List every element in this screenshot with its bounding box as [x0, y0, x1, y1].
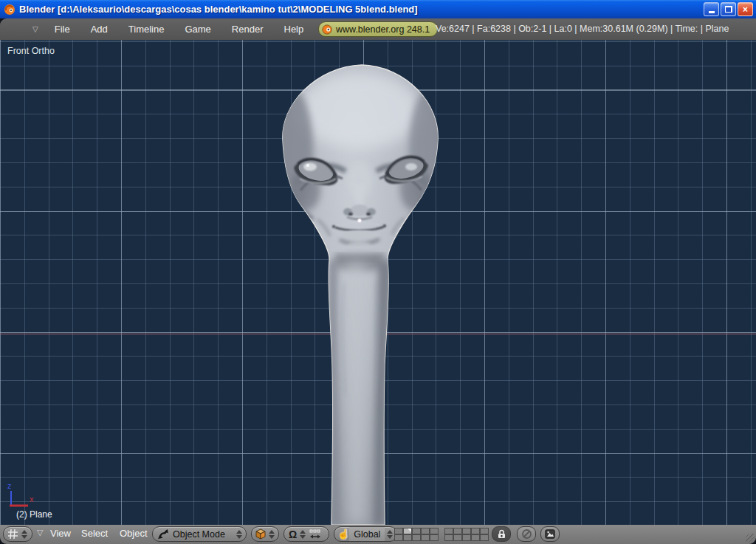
layer-8[interactable] — [462, 528, 471, 534]
layer-4[interactable] — [421, 528, 430, 534]
blender-org-version-label: www.blender.org 248.1 — [336, 24, 430, 35]
axis-gizmo: z x — [4, 481, 37, 511]
object-mode-icon — [157, 528, 168, 540]
window-title: Blender [d:\Aleksaurio\descargas\cosas b… — [19, 4, 418, 15]
alien-head-model[interactable] — [0, 40, 756, 525]
viewport-3d[interactable]: Front Ortho z x (2) Plane — [0, 40, 756, 525]
menu-timeline[interactable]: Timeline — [118, 24, 175, 35]
mode-stepper[interactable] — [235, 528, 243, 540]
minimize-button[interactable] — [704, 2, 719, 16]
info-header: ▽ File Add Timeline Game Render Help www… — [0, 18, 756, 40]
layer-17[interactable] — [453, 534, 462, 541]
mode-dropdown-label: Object Mode — [168, 529, 230, 540]
rotation-pivot-icon[interactable]: Ω — [289, 528, 297, 540]
view-orientation-label: Front Ortho — [7, 46, 55, 56]
circle-slash-icon — [521, 528, 532, 540]
pivot-manipulator-group: Ω — [284, 526, 329, 542]
close-icon: × — [743, 4, 748, 15]
scene-statistics: Ve:6247 | Fa:6238 | Ob:2-1 | La:0 | Mem:… — [436, 24, 729, 34]
solid-shading-cube-icon — [255, 528, 266, 540]
shading-stepper[interactable] — [267, 528, 275, 540]
pivot-stepper[interactable] — [298, 528, 306, 540]
frame-object-label: (2) Plane — [16, 509, 52, 520]
layer-11[interactable] — [394, 534, 403, 541]
blender-logo-icon — [322, 24, 332, 35]
manipulator-hand-icon[interactable]: ☝ — [337, 528, 349, 540]
layer-13[interactable] — [412, 534, 421, 541]
layer-buttons-group-1[interactable] — [394, 528, 439, 541]
menu-help[interactable]: Help — [274, 24, 315, 35]
render-image-icon — [545, 529, 555, 539]
window-titlebar[interactable]: Blender [d:\Aleksaurio\descargas\cosas b… — [0, 0, 756, 18]
menu-file[interactable]: File — [44, 24, 80, 35]
orientation-dropdown[interactable]: ☝ Global — [334, 526, 397, 542]
mode-dropdown[interactable]: Object Mode — [152, 526, 247, 542]
header-collapse-icon[interactable]: ▽ — [32, 25, 38, 33]
close-button[interactable]: × — [738, 2, 753, 16]
editor-type-stepper[interactable] — [20, 528, 28, 540]
layer-9[interactable] — [471, 528, 480, 534]
layer-15[interactable] — [430, 534, 439, 541]
orientation-stepper[interactable] — [386, 528, 394, 540]
layer-6[interactable] — [444, 528, 453, 534]
layer-16[interactable] — [444, 534, 453, 541]
menu-render[interactable]: Render — [221, 24, 274, 35]
viewport-shading-button[interactable] — [251, 526, 279, 542]
menu-game[interactable]: Game — [174, 24, 221, 35]
axis-z-icon: z — [7, 481, 12, 490]
restore-icon — [725, 6, 732, 13]
editor-type-button[interactable] — [3, 526, 32, 542]
editor-type-grid-icon — [7, 528, 18, 540]
header-collapse-icon[interactable]: ▽ — [37, 528, 43, 537]
layer-buttons-group-2[interactable] — [444, 528, 489, 541]
layer-1[interactable] — [394, 528, 403, 534]
layer-18[interactable] — [462, 534, 471, 541]
layer-5[interactable] — [430, 528, 439, 534]
resize-grip[interactable] — [746, 534, 755, 543]
menu-view[interactable]: View — [50, 528, 71, 539]
blender-app-icon — [4, 4, 16, 16]
layer-14[interactable] — [421, 534, 430, 541]
restore-button[interactable] — [721, 2, 736, 16]
axis-x-icon: x — [30, 495, 34, 503]
menu-select[interactable]: Select — [81, 528, 108, 539]
view3d-header: ▽ View Select Object Object Mode Ω — [0, 525, 756, 544]
menu-add[interactable]: Add — [80, 24, 118, 35]
minimize-icon — [709, 11, 715, 13]
render-window-button[interactable] — [540, 526, 560, 542]
lock-layers-button[interactable] — [492, 526, 511, 542]
menu-object[interactable]: Object — [120, 528, 148, 539]
layer-2-active[interactable] — [403, 528, 412, 534]
layer-10[interactable] — [480, 528, 489, 534]
object-origin-dot — [357, 218, 361, 222]
layer-20[interactable] — [480, 534, 489, 541]
layer-3[interactable] — [412, 528, 421, 534]
layer-19[interactable] — [471, 534, 480, 541]
layer-12[interactable] — [403, 534, 412, 541]
layer-7[interactable] — [453, 528, 462, 534]
blender-org-version-button[interactable]: www.blender.org 248.1 — [318, 21, 438, 37]
lock-icon — [498, 529, 506, 539]
snap-toggle-button[interactable] — [517, 526, 536, 542]
transform-manipulator-icon[interactable] — [309, 528, 321, 540]
orientation-dropdown-label: Global — [349, 529, 385, 540]
